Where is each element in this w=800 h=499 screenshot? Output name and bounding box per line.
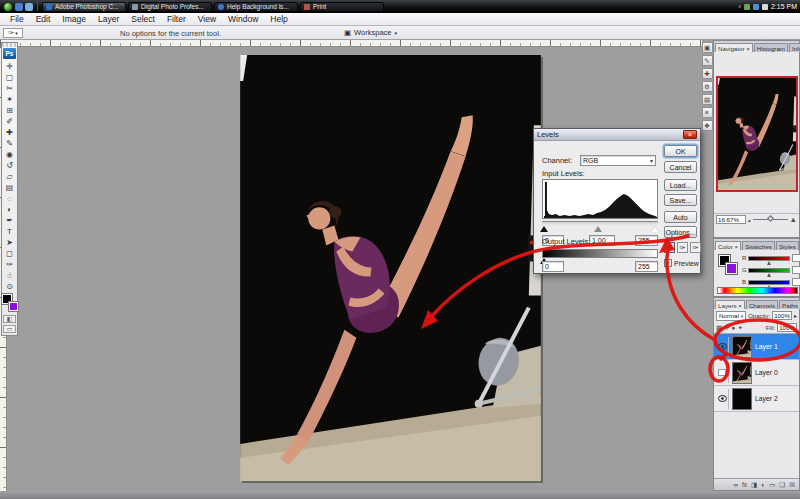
tray-icon[interactable] xyxy=(753,4,759,10)
workspace-switcher[interactable]: ▣ Workspace ▾ xyxy=(344,28,397,37)
red-value-field[interactable] xyxy=(792,254,800,262)
blur-tool[interactable]: ◌ xyxy=(2,193,17,204)
menu-select[interactable]: Select xyxy=(125,14,161,24)
layer-thumbnail-black[interactable] xyxy=(732,388,752,410)
current-tool-well[interactable]: ✑ ▾ xyxy=(3,28,23,38)
path-selection-tool[interactable]: ➤ xyxy=(2,237,17,248)
preview-checkbox[interactable]: ✓ Preview xyxy=(664,259,699,267)
color-spectrum-bar[interactable] xyxy=(717,287,798,294)
layer-style-icon[interactable]: fx xyxy=(742,481,747,488)
blue-slider[interactable] xyxy=(748,280,790,285)
delete-layer-icon[interactable]: ☒ xyxy=(789,481,795,489)
layer-name[interactable]: Layer 1 xyxy=(755,343,778,350)
tray-expand-icon[interactable]: ‹ xyxy=(739,3,741,10)
tab-color[interactable]: Color × xyxy=(715,241,741,250)
taskbar-window-help[interactable]: Help Background is... xyxy=(214,2,298,12)
zoom-slider-thumb[interactable] xyxy=(767,215,774,222)
new-group-icon[interactable]: ▭ xyxy=(769,481,775,489)
layer-row-layer2[interactable]: Layer 2 xyxy=(714,386,799,412)
blend-mode-select[interactable]: Normal ▾ xyxy=(716,311,746,321)
start-button[interactable] xyxy=(3,2,13,12)
visibility-toggle-empty[interactable] xyxy=(716,363,729,383)
layer-thumbnail[interactable] xyxy=(732,362,752,384)
channel-select[interactable]: RGB ▾ xyxy=(580,155,656,166)
menu-view[interactable]: View xyxy=(192,14,222,24)
move-tool[interactable]: ✛ xyxy=(2,61,17,72)
save-button[interactable]: Save... xyxy=(664,194,697,206)
gamma-slider[interactable] xyxy=(594,226,602,232)
lock-all-icon[interactable]: ✦ xyxy=(738,324,743,332)
layer-name[interactable]: Layer 2 xyxy=(755,395,778,402)
tab-paths[interactable]: Paths xyxy=(779,300,800,309)
marquee-tool[interactable]: ▢ xyxy=(2,72,17,83)
white-point-slider[interactable] xyxy=(651,226,659,232)
healing-brush-tool[interactable]: ✚ xyxy=(2,127,17,138)
lock-pixels-icon[interactable]: ● xyxy=(732,324,736,331)
menu-edit[interactable]: Edit xyxy=(30,14,57,24)
quick-launch-icon[interactable] xyxy=(25,3,33,11)
dodge-tool[interactable]: ◐ xyxy=(2,204,17,215)
zoom-slider[interactable] xyxy=(753,219,788,220)
background-color-swatch[interactable] xyxy=(726,263,737,274)
zoom-tool[interactable]: ⊙ xyxy=(2,281,17,292)
layer-row-layer0[interactable]: Layer 0 xyxy=(714,360,799,386)
black-point-eyedropper-icon[interactable]: ✑ xyxy=(664,242,675,253)
red-slider[interactable] xyxy=(748,256,790,261)
eraser-tool[interactable]: ▱ xyxy=(2,171,17,182)
menu-file[interactable]: File xyxy=(4,14,30,24)
tab-layers[interactable]: Layers × xyxy=(715,300,745,309)
lasso-tool[interactable]: ✂ xyxy=(2,83,17,94)
palette-grip[interactable] xyxy=(2,43,17,47)
magic-wand-tool[interactable]: ✶ xyxy=(2,94,17,105)
dock-panel-icon[interactable]: ⚙ xyxy=(702,81,713,92)
adjustment-layer-icon[interactable]: ◐ xyxy=(761,481,765,488)
link-layers-icon[interactable]: ∞ xyxy=(733,481,738,488)
history-brush-tool[interactable]: ↺ xyxy=(2,160,17,171)
lock-position-icon[interactable]: ✛ xyxy=(724,324,729,332)
green-value-field[interactable] xyxy=(792,266,800,274)
tab-swatches[interactable]: Swatches xyxy=(742,241,775,250)
dock-panel-icon[interactable]: ✎ xyxy=(702,55,713,66)
options-button[interactable]: Options... xyxy=(664,226,697,238)
tab-navigator[interactable]: Navigator × xyxy=(715,43,753,52)
layer-row-layer1[interactable]: Layer 1 xyxy=(714,334,799,360)
dock-panel-icon[interactable]: ✚ xyxy=(702,68,713,79)
quick-launch-icon[interactable] xyxy=(15,3,23,11)
visibility-toggle[interactable] xyxy=(716,337,729,357)
blue-value-field[interactable] xyxy=(792,278,800,286)
zoom-out-icon[interactable]: ▴ xyxy=(748,217,751,223)
zoom-percentage-field[interactable]: 16.67% xyxy=(716,215,746,224)
spinner-icon[interactable]: ▸ xyxy=(794,312,797,319)
menu-layer[interactable]: Layer xyxy=(92,14,125,24)
hand-tool[interactable]: ☝ xyxy=(2,270,17,281)
quick-mask-button[interactable]: ◧ xyxy=(3,315,16,323)
dialog-title-bar[interactable]: Levels × xyxy=(534,129,700,141)
slice-tool[interactable]: ✐ xyxy=(2,116,17,127)
dock-panel-icon[interactable]: ▣ xyxy=(702,42,713,53)
load-button[interactable]: Load... xyxy=(664,179,697,191)
black-point-slider[interactable] xyxy=(540,226,548,232)
menu-help[interactable]: Help xyxy=(264,14,293,24)
tray-icon[interactable] xyxy=(744,4,750,10)
visibility-toggle[interactable] xyxy=(716,389,729,409)
auto-button[interactable]: Auto xyxy=(664,211,697,223)
screen-mode-button[interactable]: ▭ xyxy=(3,325,16,333)
layer-thumbnail[interactable] xyxy=(732,336,752,358)
volume-icon[interactable] xyxy=(762,4,768,10)
tab-channels[interactable]: Channels xyxy=(746,300,778,309)
gradient-tool[interactable]: ▤ xyxy=(2,182,17,193)
gray-point-eyedropper-icon[interactable]: ✑ xyxy=(677,242,688,253)
pen-tool[interactable]: ✒ xyxy=(2,215,17,226)
taskbar-window-dpp[interactable]: Digital Photo Profes... xyxy=(128,2,212,12)
input-gamma-field[interactable]: 1.00 xyxy=(589,235,615,246)
ok-button[interactable]: OK xyxy=(664,145,697,157)
tab-histogram[interactable]: Histogram xyxy=(754,43,788,52)
dock-panel-icon[interactable]: ≡ xyxy=(702,107,713,118)
menu-window[interactable]: Window xyxy=(222,14,264,24)
close-icon[interactable]: × xyxy=(683,130,697,139)
tab-info[interactable]: Info xyxy=(789,43,800,52)
opacity-value-field[interactable]: 100% xyxy=(772,311,792,320)
taskbar-window-print[interactable]: Print xyxy=(300,2,384,12)
dock-panel-icon[interactable]: ▤ xyxy=(702,94,713,105)
brush-tool[interactable]: ✎ xyxy=(2,138,17,149)
